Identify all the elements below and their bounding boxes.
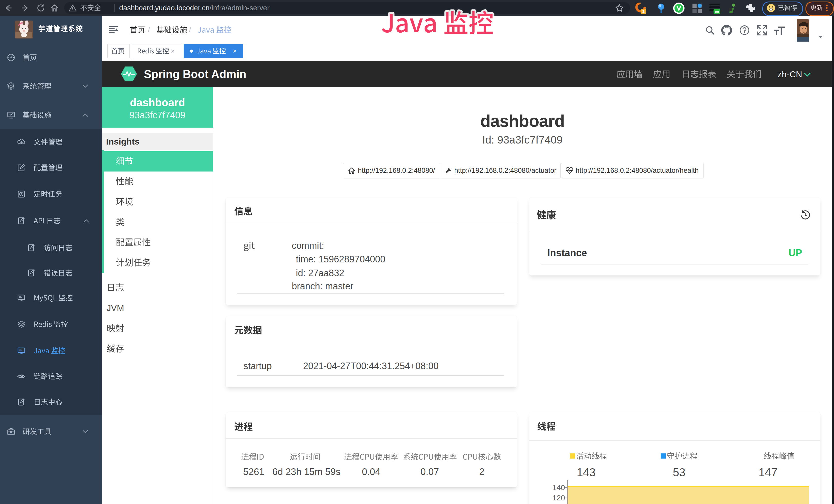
svg-text:1: 1 — [642, 9, 645, 14]
svg-text:on: on — [715, 10, 719, 14]
